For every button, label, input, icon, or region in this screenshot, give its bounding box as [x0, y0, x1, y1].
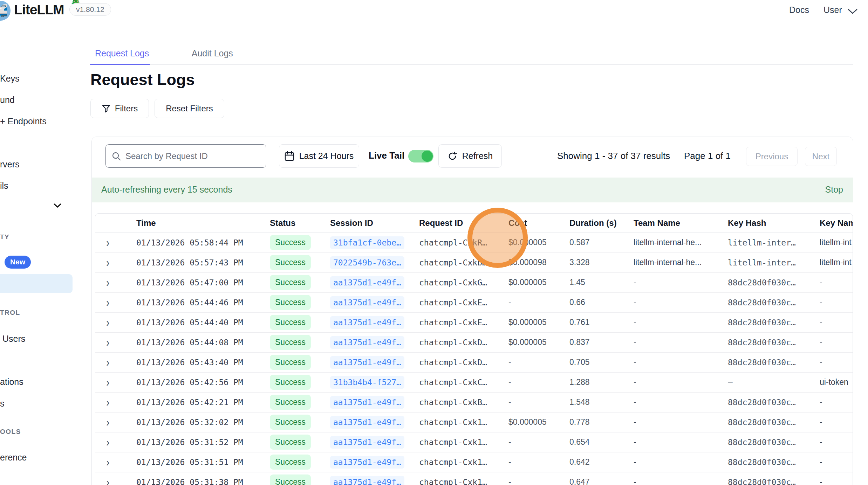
- cell-key-hash: 88dc28d0f030c…: [728, 332, 820, 352]
- live-tail-label: Live Tail: [369, 150, 404, 161]
- previous-page-button[interactable]: Previous: [746, 147, 798, 166]
- session-id-link[interactable]: aa1375d1-e49f…: [330, 476, 404, 485]
- cell-key-hash: 88dc28d0f030c…: [728, 472, 820, 485]
- sidebar-item-teams[interactable]: s: [0, 399, 5, 409]
- cell-key-name: litellm-int: [820, 252, 853, 272]
- cell-request-id: chatcmpl-Cxkb…: [419, 252, 508, 272]
- cell-team-name: -: [634, 352, 728, 372]
- cell-key-name: -: [820, 392, 853, 412]
- sidebar-item-logs-selected[interactable]: [0, 274, 73, 293]
- tab-audit-logs[interactable]: Audit Logs: [192, 48, 233, 67]
- filters-button[interactable]: Filters: [90, 99, 149, 118]
- cell-key-name: -: [820, 412, 853, 432]
- sidebar-item-playground[interactable]: und: [0, 95, 15, 105]
- expand-row-chevron-icon[interactable]: ›: [106, 356, 109, 368]
- next-page-button[interactable]: Next: [805, 147, 837, 166]
- expand-row-chevron-icon[interactable]: ›: [106, 416, 109, 428]
- expand-row-chevron-icon[interactable]: ›: [106, 476, 109, 485]
- status-badge: Success: [270, 375, 311, 390]
- session-id-link[interactable]: 31b3b4b4-f527…: [330, 376, 404, 389]
- cell-cost: $0.000005: [508, 312, 569, 332]
- sidebar-section-observability: TY: [0, 233, 9, 241]
- cell-request-id: chatcmpl-CxkE…: [419, 292, 508, 312]
- time-range-label: Last 24 Hours: [299, 151, 354, 161]
- cell-time: 01/13/2026 05:32:02 PM: [136, 412, 270, 432]
- sidebar-item-organizations[interactable]: ations: [0, 377, 23, 387]
- cell-key-name: -: [820, 332, 853, 352]
- search-box[interactable]: [105, 144, 266, 168]
- table-row: › 01/13/2026 05:44:40 PM Success aa1375d…: [95, 312, 853, 332]
- col-key-name: Key Name: [820, 214, 853, 233]
- expand-row-chevron-icon[interactable]: ›: [106, 256, 109, 268]
- expand-row-chevron-icon[interactable]: ›: [106, 336, 109, 348]
- sidebar-item-virtual-keys[interactable]: Keys: [0, 74, 20, 84]
- chevron-down-icon[interactable]: [847, 8, 858, 15]
- status-badge: Success: [270, 435, 311, 450]
- status-badge: Success: [270, 255, 311, 270]
- session-id-link[interactable]: 7022549b-763e…: [330, 256, 404, 269]
- table-row: › 01/13/2026 05:57:43 PM Success 7022549…: [95, 252, 853, 272]
- cell-cost: -: [508, 352, 569, 372]
- col-session-id: Session ID: [330, 214, 419, 233]
- session-id-link[interactable]: aa1375d1-e49f…: [330, 316, 404, 329]
- session-id-link[interactable]: aa1375d1-e49f…: [330, 456, 404, 469]
- expand-row-chevron-icon[interactable]: ›: [106, 456, 109, 468]
- cell-key-hash: 88dc28d0f030c…: [728, 352, 820, 372]
- session-id-link[interactable]: aa1375d1-e49f…: [330, 356, 404, 369]
- live-tail-toggle[interactable]: [408, 150, 433, 162]
- reset-filters-button[interactable]: Reset Filters: [155, 99, 224, 118]
- sidebar-item-guardrails[interactable]: ils: [0, 181, 8, 191]
- time-range-button[interactable]: Last 24 Hours: [279, 144, 359, 168]
- sidebar-item-internal-users[interactable]: Users: [2, 334, 25, 344]
- session-id-link[interactable]: aa1375d1-e49f…: [330, 416, 404, 429]
- nav-user-menu[interactable]: User: [823, 5, 842, 15]
- funnel-icon: [102, 104, 111, 113]
- cell-request-id: chatcmpl-Cxk1…: [419, 432, 508, 452]
- col-expand: [95, 214, 136, 233]
- cell-key-hash: 88dc28d0f030c…: [728, 432, 820, 452]
- search-input[interactable]: [125, 151, 260, 161]
- cell-request-id: chatcmpl-Cxk1…: [419, 412, 508, 432]
- expand-row-chevron-icon[interactable]: ›: [106, 396, 109, 408]
- sidebar-item-mcp-servers[interactable]: rvers: [0, 159, 20, 169]
- stop-auto-refresh-link[interactable]: Stop: [825, 185, 843, 195]
- sidebar-item-models-endpoints[interactable]: + Endpoints: [0, 116, 47, 126]
- cell-duration: 0.66: [569, 292, 634, 312]
- sidebar-item-api-reference[interactable]: erence: [0, 452, 27, 463]
- cell-cost: $0.000005: [508, 332, 569, 352]
- expand-row-chevron-icon[interactable]: ›: [106, 316, 109, 328]
- auto-refresh-banner: Auto-refreshing every 15 seconds Stop: [92, 178, 853, 202]
- cell-key-hash: –: [728, 372, 820, 392]
- refresh-button[interactable]: Refresh: [438, 144, 502, 168]
- cell-request-id: chatcmpl-CxkE…: [419, 312, 508, 332]
- expand-row-chevron-icon[interactable]: ›: [106, 276, 109, 288]
- cell-key-hash: 88dc28d0f030c…: [728, 312, 820, 332]
- session-id-link[interactable]: aa1375d1-e49f…: [330, 276, 404, 289]
- session-id-link[interactable]: 31bfa1cf-0ebe…: [330, 236, 404, 249]
- table-row: › 01/13/2026 05:44:46 PM Success aa1375d…: [95, 292, 853, 312]
- status-badge: Success: [270, 295, 311, 310]
- session-id-link[interactable]: aa1375d1-e49f…: [330, 336, 404, 349]
- cell-key-hash: 88dc28d0f030c…: [728, 412, 820, 432]
- cell-request-id: chatcmpl-CxkG…: [419, 272, 508, 292]
- cell-duration: 0.837: [569, 332, 634, 352]
- expand-row-chevron-icon[interactable]: ›: [106, 296, 109, 308]
- sidebar: Keys und + Endpoints rvers ils TY New TR…: [0, 22, 74, 485]
- filters-button-label: Filters: [115, 104, 138, 113]
- expand-row-chevron-icon[interactable]: ›: [106, 436, 109, 448]
- session-id-link[interactable]: aa1375d1-e49f…: [330, 296, 404, 309]
- sidebar-collapse-chevron-icon[interactable]: [53, 203, 62, 208]
- expand-row-chevron-icon[interactable]: ›: [106, 236, 109, 248]
- cell-team-name: -: [634, 372, 728, 392]
- cell-cost: -: [508, 292, 569, 312]
- cell-duration: 0.778: [569, 412, 634, 432]
- tab-request-logs[interactable]: Request Logs: [95, 48, 149, 67]
- session-id-link[interactable]: aa1375d1-e49f…: [330, 436, 404, 449]
- expand-row-chevron-icon[interactable]: ›: [106, 376, 109, 388]
- session-id-link[interactable]: aa1375d1-e49f…: [330, 396, 404, 409]
- cell-duration: 1.548: [569, 392, 634, 412]
- nav-docs-link[interactable]: Docs: [789, 5, 809, 15]
- table-header-row: Time Status Session ID Request ID Cost D…: [95, 214, 853, 233]
- cell-key-name: -: [820, 472, 853, 485]
- page-title: Request Logs: [90, 71, 195, 89]
